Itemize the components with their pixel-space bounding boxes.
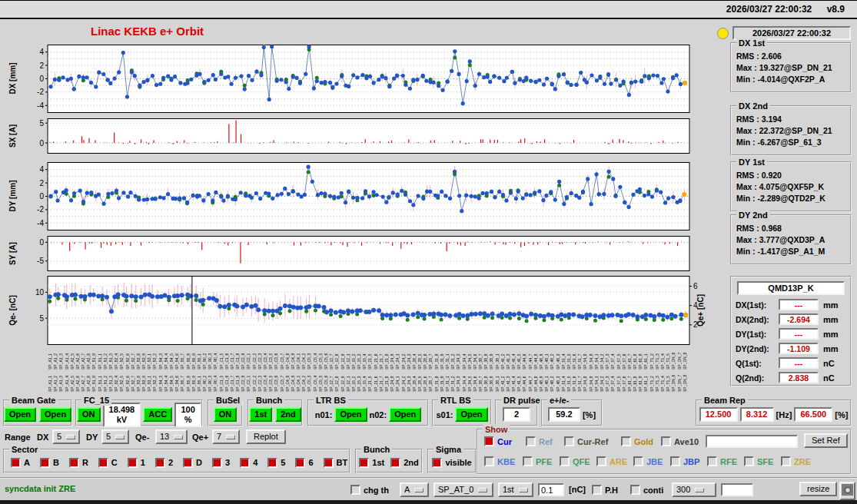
show-cur-checkbox[interactable]: Cur	[484, 436, 512, 446]
conti-checkbox[interactable]: conti	[630, 485, 663, 495]
window-bottom-edge	[0, 500, 857, 504]
rms-value: RMS : 0.968	[736, 223, 850, 234]
show-jbp-checkbox[interactable]: JBP	[670, 456, 699, 466]
qmd-row: DX(1st): --- mm	[732, 297, 850, 312]
sector-checkbox-2[interactable]: 2	[155, 458, 173, 468]
bunch-2nd-checkbox[interactable]: 2nd	[390, 458, 419, 468]
min-value: Min : -1.417@SP_A1_M	[736, 246, 850, 257]
sector-checkbox-bt[interactable]: BT	[324, 458, 348, 468]
bunch-1st-button[interactable]: 1st	[249, 407, 272, 422]
sector-checkbox-6[interactable]: 6	[295, 458, 313, 468]
sector-checkbox-3[interactable]: 3	[212, 458, 230, 468]
range-label: Range	[5, 433, 31, 442]
show-jbe-checkbox[interactable]: JBE	[633, 456, 663, 466]
beam-gate-open-1-button[interactable]: Open	[4, 407, 36, 422]
mode-a-select[interactable]: A	[400, 482, 429, 497]
show-group: Show Cur Ref Cur-Ref Gold Ave10 Set Ref …	[477, 429, 852, 475]
dx-axis-label: DX [mm]	[8, 62, 17, 94]
show-rfe-checkbox[interactable]: RFE	[707, 456, 737, 466]
busel-on-button[interactable]: ON	[214, 407, 238, 422]
sector-checkbox-d[interactable]: D	[183, 458, 202, 468]
nc-unit-label: [nC]	[569, 485, 586, 494]
fc15-percent-readback: 100 %	[174, 403, 201, 427]
ltr-n02-open-button[interactable]: Open	[389, 407, 421, 422]
show-zre-checkbox[interactable]: ZRE	[781, 456, 811, 466]
sigma-visible-checkbox[interactable]: visible	[432, 458, 471, 468]
range-qem-label: Qe-	[135, 433, 149, 442]
show-ref-checkbox[interactable]: Ref	[526, 436, 553, 446]
svg-text:-5: -5	[37, 257, 44, 265]
fc15-acc-button[interactable]: ACC	[143, 407, 172, 422]
sector-checkbox-b[interactable]: B	[40, 458, 59, 468]
dx-2nd-stats-group: DX 2nd RMS : 3.194 Max : 22.372@SP_DN_21…	[730, 105, 852, 156]
range-qep-select[interactable]: 7	[212, 429, 240, 444]
show-cur-ref-checkbox[interactable]: Cur-Ref	[564, 436, 608, 446]
titlebar-datetime: 2026/03/27 22:00:32	[726, 4, 812, 15]
ph-checkbox[interactable]: P.H	[592, 485, 618, 495]
range-qem-select[interactable]: 13	[155, 429, 188, 444]
svg-text:0: 0	[39, 139, 44, 148]
svg-text:6: 6	[693, 282, 698, 290]
beam-rep-value-3: 66.500	[794, 407, 832, 422]
charge-plot: 105642	[28, 276, 707, 345]
svg-text:10: 10	[35, 288, 45, 297]
show-qfe-checkbox[interactable]: QFE	[560, 456, 590, 466]
sp-at-select[interactable]: SP_AT_0	[433, 482, 493, 497]
qmd-row: DX(2nd): -2.694 mm	[732, 312, 850, 327]
beam-rep-value-1: 12.500	[699, 407, 738, 422]
dy-1st-stats-group: DY 1st RMS : 0.920 Max : 4.075@QXF5P_K M…	[730, 161, 852, 212]
sx-steering-plot: 50	[28, 118, 707, 154]
show-are-checkbox[interactable]: ARE	[596, 456, 627, 466]
max-value: Max : 19.327@SP_DN_21	[736, 62, 850, 74]
threshold-input[interactable]	[538, 483, 564, 496]
rtl-s01-open-button[interactable]: Open	[455, 407, 487, 422]
stats-group-title: DX 1st	[736, 38, 767, 48]
sector-checkbox-a[interactable]: A	[11, 458, 30, 468]
chg-th-checkbox[interactable]: chg th	[350, 485, 389, 495]
qmd-value: ---	[779, 357, 819, 369]
optionmenu-indicator-icon	[414, 488, 424, 492]
show-pfe-checkbox[interactable]: PFE	[523, 456, 552, 466]
sector-checkbox-r[interactable]: R	[69, 458, 88, 468]
sector-checkbox-5[interactable]: 5	[267, 458, 285, 468]
max-value: Max : 4.075@QXF5P_K	[736, 181, 850, 193]
sector-checkbox-4[interactable]: 4	[240, 458, 257, 468]
resize-button[interactable]: resize	[799, 482, 837, 496]
show-gold-checkbox[interactable]: Gold	[621, 436, 653, 446]
sector-checkbox-c[interactable]: C	[98, 458, 118, 468]
range-dy-select[interactable]: 5	[101, 429, 129, 444]
sector-checkbox-1[interactable]: 1	[128, 458, 145, 468]
ref-name-input[interactable]	[706, 435, 798, 448]
optionmenu-indicator-icon	[478, 488, 487, 492]
qmd-monitor-name: QMD13P_K	[737, 281, 845, 295]
rms-value: RMS : 3.194	[736, 114, 850, 125]
bunch-2nd-button[interactable]: 2nd	[275, 407, 301, 422]
replot-button[interactable]: Replot	[246, 429, 286, 444]
interval-select[interactable]: 300	[672, 482, 716, 497]
dy-orbit-plot: 420-2-4	[28, 162, 707, 230]
show-sfe-checkbox[interactable]: SFE	[744, 456, 773, 466]
fc15-kv-readback: 18.498 kV	[103, 403, 141, 427]
sy-steering-plot: 0-5	[28, 236, 707, 271]
sigma-group: Sigma visible	[427, 449, 477, 473]
set-ref-button[interactable]: Set Ref	[804, 433, 848, 448]
svg-text:-4: -4	[37, 101, 44, 110]
bpm-labels: SP_A1_1SP_A1_2SP_A1_3SP_A1_4SP_A2_5SP_A2…	[48, 348, 690, 393]
fc15-on-button[interactable]: ON	[77, 407, 101, 422]
dy-axis-label: DY [mm]	[8, 181, 17, 212]
min-value: Min : -6.267@SP_61_3	[736, 137, 850, 148]
eplus-eminus-value: 59.2	[548, 407, 580, 422]
beam-gate-open-2-button[interactable]: Open	[39, 407, 71, 422]
show-kbe-checkbox[interactable]: KBE	[484, 456, 515, 466]
bunch-order-select[interactable]: 1st	[498, 482, 533, 497]
show-ave10-checkbox[interactable]: Ave10	[661, 436, 699, 446]
beam-gate-group: Beam Gate Open Open	[3, 400, 72, 426]
bunch-1st-checkbox[interactable]: 1st	[359, 458, 384, 468]
svg-text:-2: -2	[37, 205, 44, 214]
ltr-bs-group: LTR BS n01: Open n02: Open	[307, 400, 429, 426]
snapshot-button[interactable]	[839, 482, 855, 500]
aux-input[interactable]	[721, 483, 753, 496]
range-dx-select[interactable]: 5	[52, 429, 80, 444]
ltr-n01-open-button[interactable]: Open	[334, 407, 367, 422]
stats-group-title: DY 1st	[736, 157, 767, 167]
